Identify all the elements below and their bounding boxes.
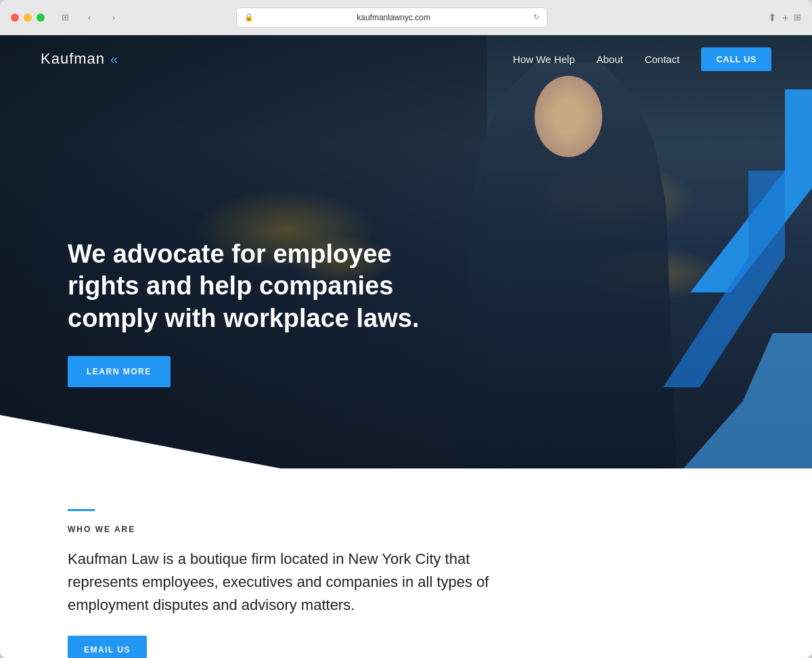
hero-section: Kaufman « How We Help About Contact CALL… xyxy=(0,35,812,468)
close-button[interactable] xyxy=(11,14,19,22)
section-label: WHO WE ARE xyxy=(68,525,744,534)
minimize-button[interactable] xyxy=(24,14,32,22)
security-icon: 🔒 xyxy=(244,13,254,22)
logo-text: Kaufman xyxy=(41,50,105,68)
back-button[interactable]: ‹ xyxy=(80,10,99,25)
traffic-lights xyxy=(11,14,45,22)
who-we-are-body: Kaufman Law is a boutique firm located i… xyxy=(68,548,528,617)
section-divider xyxy=(68,509,95,511)
chevron-decorations xyxy=(623,35,812,468)
browser-titlebar: ⊞ ‹ › 🔒 kaufmanlawnyc.com ↻ ⬆ + ⊞ xyxy=(0,0,812,35)
nav-links: How We Help About Contact CALL US xyxy=(513,47,771,71)
site-logo[interactable]: Kaufman « xyxy=(41,50,513,68)
forward-button[interactable]: › xyxy=(104,10,123,25)
site-nav: Kaufman « How We Help About Contact CALL… xyxy=(0,35,812,83)
website-content: Kaufman « How We Help About Contact CALL… xyxy=(0,35,812,658)
who-we-are-section: WHO WE ARE Kaufman Law is a boutique fir… xyxy=(0,468,812,658)
learn-more-button[interactable]: LEARN MORE xyxy=(68,356,171,387)
nav-link-how-we-help[interactable]: How We Help xyxy=(513,53,574,65)
new-tab-icon[interactable]: + xyxy=(782,12,788,23)
hero-person-head xyxy=(535,76,602,157)
logo-chevrons-icon: « xyxy=(110,51,118,67)
browser-window: ⊞ ‹ › 🔒 kaufmanlawnyc.com ↻ ⬆ + ⊞ xyxy=(0,0,812,658)
reload-icon: ↻ xyxy=(533,13,539,22)
url-display: kaufmanlawnyc.com xyxy=(258,13,529,22)
sidebar-toggle-button[interactable]: ⊞ xyxy=(55,10,74,25)
nav-link-contact[interactable]: Contact xyxy=(645,53,680,65)
hero-headline: We advocate for employee rights and help… xyxy=(68,238,420,335)
tabs-icon[interactable]: ⊞ xyxy=(794,12,801,22)
share-icon[interactable]: ⬆ xyxy=(768,12,777,24)
hero-content: We advocate for employee rights and help… xyxy=(68,238,420,388)
nav-link-about[interactable]: About xyxy=(596,53,623,65)
browser-toolbar-right: ⬆ + ⊞ xyxy=(768,12,801,24)
maximize-button[interactable] xyxy=(37,14,45,22)
call-us-button[interactable]: CALL US xyxy=(701,47,771,71)
address-bar[interactable]: 🔒 kaufmanlawnyc.com ↻ xyxy=(236,7,547,28)
email-us-button[interactable]: EMAIL US xyxy=(68,636,147,658)
